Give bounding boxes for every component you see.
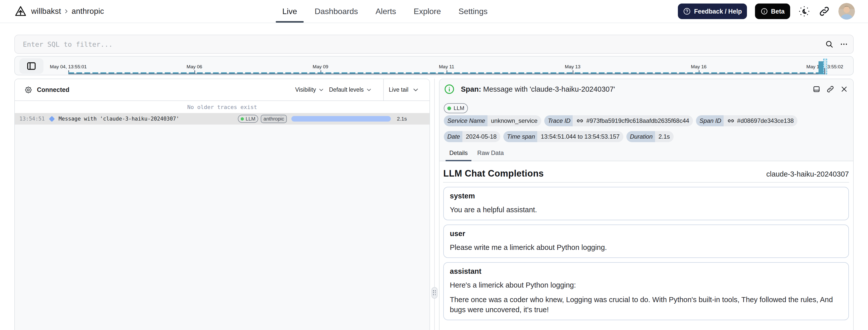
- traces-panel: Connected Visibility Default levels: [14, 79, 430, 330]
- message-text: Here's a limerick about Python logging:: [450, 280, 842, 290]
- share-link-button[interactable]: [818, 5, 830, 17]
- tab-dashboards[interactable]: Dashboards: [308, 0, 365, 23]
- default-levels-dropdown[interactable]: Default levels: [329, 86, 372, 93]
- trace-duration-bar: [291, 116, 391, 122]
- resize-handle[interactable]: [432, 287, 437, 299]
- message-text: You are a helpful assistant.: [450, 205, 842, 215]
- llm-tag: LLM: [444, 103, 468, 113]
- info-circle-icon: [761, 7, 768, 15]
- gear-icon[interactable]: [24, 86, 32, 94]
- chevron-down-icon: [412, 86, 420, 94]
- timeline-histogram-bar: [818, 61, 824, 74]
- tab-explore[interactable]: Explore: [407, 0, 447, 23]
- link-icon: [727, 117, 735, 125]
- chevron-down-icon: [366, 87, 372, 93]
- chevron-down-icon: [318, 87, 324, 93]
- dock-bottom-icon: [812, 85, 820, 93]
- copy-link-button[interactable]: [826, 85, 835, 93]
- sql-filter-bar[interactable]: Enter SQL to filter...: [14, 35, 854, 54]
- theme-toggle-button[interactable]: [798, 5, 810, 17]
- live-tail-dropdown[interactable]: Live tail: [389, 86, 420, 94]
- tab-alerts[interactable]: Alerts: [369, 0, 403, 23]
- timeline-tick-label: May 04, 13:55:01: [50, 64, 87, 69]
- timeline-dashed-line: [68, 72, 818, 74]
- sidebar-toggle-button[interactable]: [19, 58, 43, 74]
- span-details-body: LLM Chat Completions claude-3-haiku-2024…: [439, 161, 853, 320]
- timeline-tick-label: May 11: [439, 64, 454, 69]
- info-circle-green-icon: [444, 84, 455, 95]
- timeline-tick-label: May 06: [187, 64, 202, 69]
- dots-menu-icon: [840, 40, 848, 49]
- traces-controls: Visibility Default levels Live tail: [295, 79, 430, 100]
- feedback-help-button[interactable]: Feedback / Help: [678, 3, 747, 19]
- message-card-system: system You are a helpful assistant.: [443, 187, 849, 220]
- close-icon: [840, 85, 848, 93]
- span-diamond-icon: [49, 116, 55, 122]
- divider: [383, 79, 384, 100]
- trace-timestamp: 13:54:51: [19, 116, 45, 122]
- sql-filter-input[interactable]: Enter SQL to filter...: [23, 40, 113, 48]
- brand: willbakst anthropic: [14, 5, 104, 18]
- sun-moon-icon: [798, 5, 810, 17]
- timeline-tick-label: May 16: [691, 64, 707, 69]
- llm-badge: LLM: [238, 115, 258, 123]
- tab-details[interactable]: Details: [445, 145, 471, 161]
- message-text: Please write me a limerick about Python …: [450, 242, 842, 252]
- no-older-traces-message: No older traces exist: [15, 101, 430, 113]
- attr-time-span: Time span 13:54:51.044 to 13:54:53.157: [503, 131, 623, 142]
- close-panel-button[interactable]: [840, 85, 848, 93]
- timeline-now-cursor: [824, 68, 825, 74]
- message-text: There once was a coder who knew, Logging…: [450, 295, 842, 315]
- green-dot-icon: [447, 107, 451, 110]
- question-circle-icon: [683, 7, 691, 15]
- user-avatar[interactable]: [838, 3, 855, 20]
- span-attributes-row-1: Service Name unknown_service Trace ID #9…: [444, 115, 848, 126]
- logfire-logo-icon[interactable]: [14, 5, 27, 18]
- green-dot-icon: [241, 117, 244, 121]
- message-card-user: user Please write me a limerick about Py…: [443, 224, 849, 258]
- attr-service-name: Service Name unknown_service: [444, 115, 541, 126]
- beta-button[interactable]: Beta: [755, 3, 790, 19]
- model-name: claude-3-haiku-20240307: [766, 170, 849, 178]
- attr-date: Date 2024-05-18: [444, 131, 500, 142]
- message-card-assistant: assistant Here's a limerick about Python…: [443, 262, 849, 320]
- timeline-tick-label: May 09: [313, 64, 328, 69]
- breadcrumb-project[interactable]: anthropic: [71, 7, 104, 16]
- top-navigation: willbakst anthropic Live Dashboards Aler…: [0, 0, 868, 23]
- chevron-right-icon: [63, 8, 69, 14]
- panel-resize-gutter[interactable]: [430, 79, 439, 330]
- timeline-histogram[interactable]: May 04, 13:55:01 May 06 May 09 May 11 Ma…: [14, 56, 854, 76]
- tab-live[interactable]: Live: [276, 0, 304, 23]
- tab-raw-data[interactable]: Raw Data: [473, 145, 507, 161]
- main-content: Enter SQL to filter...: [0, 35, 868, 330]
- details-tabs: Details Raw Data: [444, 145, 848, 161]
- grip-dots-icon: [433, 290, 436, 295]
- trace-message: Message with 'claude-3-haiku-20240307': [59, 116, 179, 122]
- section-title: LLM Chat Completions: [443, 168, 544, 179]
- primary-tabs: Live Dashboards Alerts Explore Settings: [276, 0, 494, 23]
- split-panels: Connected Visibility Default levels: [14, 79, 854, 330]
- connection-status: Connected: [37, 86, 69, 93]
- layout-sidebar-icon: [26, 61, 37, 71]
- trace-row[interactable]: 13:54:51 Message with 'claude-3-haiku-20…: [15, 113, 430, 125]
- attr-span-id: Span ID #d08697de343ce138: [696, 115, 798, 126]
- dock-panel-button[interactable]: [812, 85, 820, 93]
- trace-duration: 2.1s: [397, 116, 407, 122]
- scope-badge: anthropic: [261, 115, 287, 123]
- search-icon: [825, 40, 834, 49]
- divider: [443, 182, 849, 183]
- span-details-panel: Span:Message with 'claude-3-haiku-202403…: [439, 79, 854, 330]
- span-title: Span:Message with 'claude-3-haiku-202403…: [461, 85, 615, 93]
- attr-trace-id: Trace ID #973fba5919cf9c618aafdb2635f68c…: [544, 115, 693, 126]
- more-options-button[interactable]: [840, 40, 848, 49]
- timeline-selection-region[interactable]: [823, 59, 827, 74]
- breadcrumb-org[interactable]: willbakst: [31, 7, 61, 16]
- tab-settings[interactable]: Settings: [452, 0, 494, 23]
- span-attributes-row-2: Date 2024-05-18 Time span 13:54:51.044 t…: [444, 131, 848, 142]
- timeline-tick-label: May 13: [565, 64, 581, 69]
- link-icon: [818, 5, 830, 17]
- link-icon: [576, 117, 584, 125]
- search-button[interactable]: [825, 40, 834, 49]
- nav-actions: Feedback / Help Beta: [678, 3, 855, 20]
- visibility-dropdown[interactable]: Visibility: [295, 86, 324, 93]
